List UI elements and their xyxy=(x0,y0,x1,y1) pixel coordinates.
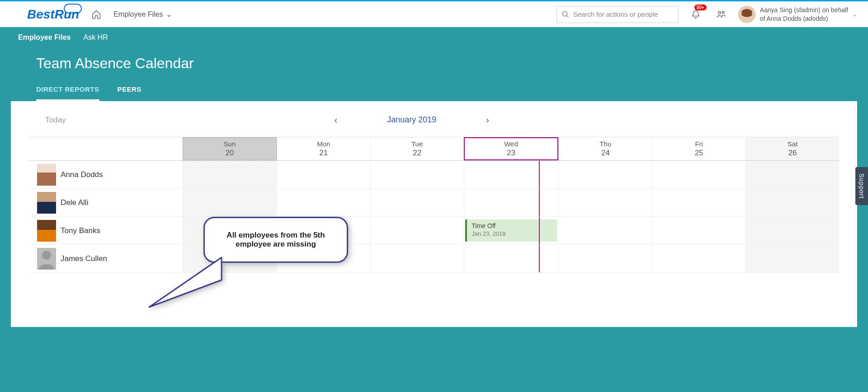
employee-name-cell[interactable]: Dele Alli xyxy=(29,189,183,216)
employee-avatar xyxy=(37,192,56,214)
user-menu[interactable]: Aanya Sing (sfadmin) on behalf of Anna D… xyxy=(738,6,857,23)
employee-name: Anna Dodds xyxy=(61,170,103,179)
calendar-cell[interactable] xyxy=(464,245,557,272)
svg-line-1 xyxy=(566,15,569,18)
employee-name: Dele Alli xyxy=(61,198,88,207)
user-line2: of Anna Dodds (adodds) xyxy=(760,14,848,23)
calendar-grid: Sun 20 Mon 21 Tue 22 Wed 23 Thu 24 Fri 2… xyxy=(29,137,839,273)
absence-event[interactable]: Time Off Jan 23, 2019 xyxy=(465,219,557,242)
calendar-cell[interactable] xyxy=(558,189,651,216)
calendar-cell[interactable] xyxy=(276,161,370,188)
calendar-cell[interactable] xyxy=(745,161,839,188)
event-title: Time Off xyxy=(472,222,552,229)
chevron-down-icon: ⌄ xyxy=(853,11,857,18)
page-title: Team Absence Calendar xyxy=(0,46,868,85)
calendar-header: Today ‹ January 2019 › xyxy=(29,115,839,125)
employee-row: Anna Dodds xyxy=(29,161,839,189)
event-date: Jan 23, 2019 xyxy=(472,230,552,237)
calendar-cell[interactable]: Time Off Jan 23, 2019 xyxy=(464,217,557,244)
today-marker xyxy=(539,189,540,216)
calendar-cell[interactable] xyxy=(464,189,557,216)
calendar-cell[interactable] xyxy=(370,161,464,188)
calendar-cell[interactable] xyxy=(370,217,464,244)
callout-tail-icon xyxy=(145,253,226,312)
name-column-header xyxy=(29,137,183,160)
subnav-ask-hr[interactable]: Ask HR xyxy=(84,33,108,42)
day-header-tue[interactable]: Tue 22 xyxy=(370,137,464,160)
svg-point-6 xyxy=(42,251,51,260)
today-marker xyxy=(539,245,540,272)
calendar-cell[interactable] xyxy=(651,189,745,216)
calendar-cell[interactable] xyxy=(183,189,276,216)
employee-name: Tony Banks xyxy=(61,226,100,235)
calendar-cell[interactable] xyxy=(464,161,557,188)
calendar-cell[interactable] xyxy=(745,189,839,216)
calendar-header-row: Sun 20 Mon 21 Tue 22 Wed 23 Thu 24 Fri 2… xyxy=(29,137,839,161)
day-header-fri[interactable]: Fri 25 xyxy=(652,137,745,160)
nav-dropdown[interactable]: Employee Files ⌄ xyxy=(113,10,171,19)
cloud-icon xyxy=(64,4,82,14)
svg-point-3 xyxy=(722,11,724,14)
sub-nav: Employee Files Ask HR xyxy=(0,27,868,46)
today-marker xyxy=(539,161,540,188)
user-line1: Aanya Sing (sfadmin) on behalf xyxy=(760,6,848,14)
search-box[interactable] xyxy=(557,6,679,23)
subnav-employee-files[interactable]: Employee Files xyxy=(18,33,71,42)
notifications-icon[interactable]: 50+ xyxy=(688,6,704,23)
avatar xyxy=(738,6,755,23)
day-header-mon[interactable]: Mon 21 xyxy=(277,137,370,160)
home-icon[interactable] xyxy=(88,6,104,23)
calendar-cell[interactable] xyxy=(651,245,745,272)
brand-logo[interactable]: BestRun xyxy=(27,7,79,22)
notification-badge: 50+ xyxy=(694,5,707,10)
support-tab[interactable]: Support xyxy=(855,167,868,205)
calendar-cell[interactable] xyxy=(183,161,276,188)
tabs: DIRECT REPORTS PEERS xyxy=(0,85,868,101)
calendar-cell[interactable] xyxy=(558,245,651,272)
employee-avatar xyxy=(37,220,56,242)
calendar-panel: Today ‹ January 2019 › Sun 20 Mon 21 Tue… xyxy=(11,101,857,327)
prev-month-icon[interactable]: ‹ xyxy=(334,115,337,125)
employee-name-cell[interactable]: Tony Banks xyxy=(29,217,183,244)
calendar-cell[interactable] xyxy=(745,245,839,272)
employee-avatar xyxy=(37,164,56,186)
day-header-sun[interactable]: Sun 20 xyxy=(183,137,277,160)
employee-row: Dele Alli xyxy=(29,189,839,217)
chevron-down-icon: ⌄ xyxy=(166,10,172,19)
calendar-cell[interactable] xyxy=(370,245,464,272)
user-text: Aanya Sing (sfadmin) on behalf of Anna D… xyxy=(760,6,848,22)
top-bar: BestRun Employee Files ⌄ 50+ Aanya Sing … xyxy=(0,0,868,27)
employee-name: James Cullen xyxy=(61,254,107,263)
nav-dropdown-label: Employee Files xyxy=(113,10,163,19)
calendar-cell[interactable] xyxy=(558,161,651,188)
employee-avatar xyxy=(37,248,56,270)
calendar-cell[interactable] xyxy=(651,161,745,188)
calendar-cell[interactable] xyxy=(558,217,651,244)
calendar-cell[interactable] xyxy=(370,189,464,216)
svg-point-2 xyxy=(718,11,721,14)
day-header-sat[interactable]: Sat 26 xyxy=(745,137,839,160)
employee-name-cell[interactable]: Anna Dodds xyxy=(29,161,183,188)
annotation-callout: All employees from the 5th employee are … xyxy=(203,217,348,263)
search-input[interactable] xyxy=(573,10,674,18)
proxy-icon[interactable] xyxy=(713,6,729,23)
employee-row: Tony Banks Time Off Jan 23, 2019 xyxy=(29,217,839,245)
today-link[interactable]: Today xyxy=(45,116,66,125)
calendar-cell[interactable] xyxy=(651,217,745,244)
month-nav: ‹ January 2019 › xyxy=(66,115,758,125)
calendar-cell[interactable] xyxy=(276,189,370,216)
next-month-icon[interactable]: › xyxy=(486,115,489,125)
calendar-cell[interactable] xyxy=(745,217,839,244)
tab-direct-reports[interactable]: DIRECT REPORTS xyxy=(36,85,99,101)
day-header-wed[interactable]: Wed 23 xyxy=(464,137,559,160)
svg-point-0 xyxy=(562,11,567,16)
tab-peers[interactable]: PEERS xyxy=(118,85,142,101)
day-header-thu[interactable]: Thu 24 xyxy=(558,137,652,160)
month-label[interactable]: January 2019 xyxy=(387,115,436,125)
today-marker xyxy=(539,217,540,244)
